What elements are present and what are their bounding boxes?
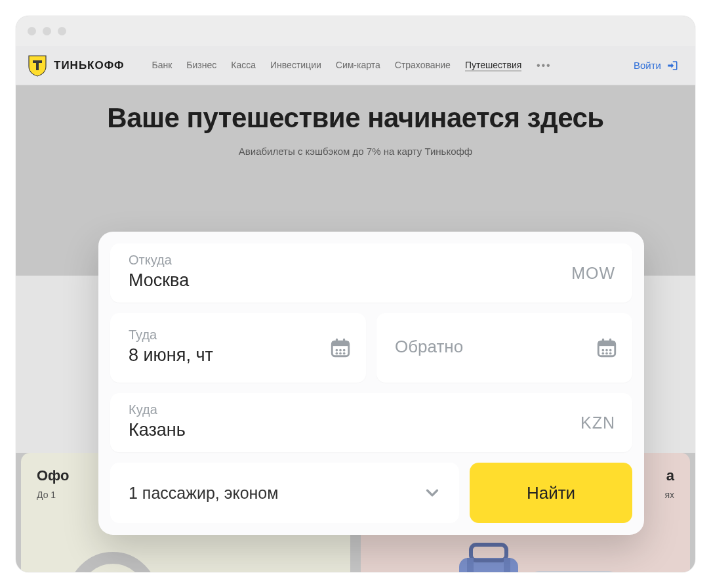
svg-rect-7 (531, 571, 617, 572)
search-button[interactable]: Найти (470, 463, 632, 523)
luggage-icon (453, 532, 623, 572)
destination-code: KZN (580, 413, 615, 432)
svg-point-23 (601, 349, 604, 352)
svg-point-14 (339, 349, 342, 352)
login-label: Войти (634, 60, 661, 71)
window-dot-minimize[interactable] (43, 27, 51, 35)
svg-rect-12 (343, 339, 345, 343)
svg-rect-10 (332, 341, 349, 346)
brand-logo[interactable]: ТИНЬКОФФ (28, 54, 125, 77)
hero-title: Ваше путешествие начинается здесь (16, 102, 695, 134)
depart-label: Туда (129, 327, 348, 343)
origin-value: Москва (129, 270, 614, 291)
origin-label: Откуда (129, 253, 614, 268)
svg-point-17 (339, 352, 342, 355)
svg-rect-22 (609, 339, 611, 343)
passengers-select[interactable]: 1 пассажир, эконом (110, 463, 459, 523)
window-dot-close[interactable] (28, 27, 36, 35)
svg-point-16 (335, 352, 338, 355)
depart-value: 8 июня, чт (129, 345, 348, 366)
nav-item-bank[interactable]: Банк (152, 60, 173, 72)
svg-rect-21 (602, 339, 604, 343)
svg-rect-6 (504, 558, 510, 572)
origin-code: MOW (571, 264, 615, 283)
nav-item-travel[interactable]: Путешествия (465, 60, 521, 72)
svg-point-18 (343, 352, 346, 355)
chevron-down-icon (422, 483, 442, 503)
calendar-icon (329, 337, 352, 359)
passengers-text: 1 пассажир, эконом (129, 484, 278, 503)
search-card: Откуда Москва MOW Туда 8 июня, чт (98, 232, 644, 535)
headphones-icon (54, 538, 185, 572)
origin-field[interactable]: Откуда Москва MOW (110, 243, 632, 303)
depart-date-field[interactable]: Туда 8 июня, чт (110, 313, 366, 383)
destination-field[interactable]: Куда Казань KZN (110, 393, 632, 452)
return-placeholder: Обратно (395, 337, 614, 357)
svg-rect-5 (467, 558, 474, 572)
svg-rect-11 (336, 339, 338, 343)
svg-point-13 (335, 349, 338, 352)
nav-item-sim[interactable]: Сим-карта (336, 60, 380, 72)
login-icon (666, 60, 678, 72)
svg-point-15 (343, 349, 346, 352)
nav-item-kassa[interactable]: Касса (231, 60, 256, 72)
login-button[interactable]: Войти (634, 60, 678, 72)
svg-point-27 (605, 352, 608, 355)
hero-subtitle: Авиабилеты с кэшбэком до 7% на карту Тин… (16, 146, 695, 157)
shield-icon (28, 54, 47, 77)
site-header: ТИНЬКОФФ Банк Бизнес Касса Инвестиции Си… (16, 46, 695, 85)
calendar-icon (596, 337, 618, 359)
hero: Ваше путешествие начинается здесь Авиаби… (16, 85, 695, 203)
nav-more-button[interactable]: ••• (536, 58, 552, 74)
svg-point-25 (609, 349, 612, 352)
destination-value: Казань (129, 420, 614, 440)
nav-item-invest[interactable]: Инвестиции (270, 60, 321, 72)
return-date-field[interactable]: Обратно (376, 313, 632, 383)
destination-label: Куда (129, 402, 614, 417)
svg-point-26 (601, 352, 604, 355)
svg-rect-20 (598, 341, 615, 346)
nav-item-insurance[interactable]: Страхование (395, 60, 451, 72)
svg-point-24 (605, 349, 608, 352)
browser-titlebar (16, 16, 695, 46)
brand-name: ТИНЬКОФФ (54, 59, 125, 72)
nav-item-business[interactable]: Бизнес (186, 60, 216, 72)
page: ТИНЬКОФФ Банк Бизнес Касса Инвестиции Си… (16, 46, 695, 572)
window-dot-zoom[interactable] (58, 27, 66, 35)
browser-window: ТИНЬКОФФ Банк Бизнес Касса Инвестиции Си… (16, 16, 695, 572)
svg-point-28 (609, 352, 612, 355)
main-nav: Банк Бизнес Касса Инвестиции Сим-карта С… (152, 58, 552, 74)
